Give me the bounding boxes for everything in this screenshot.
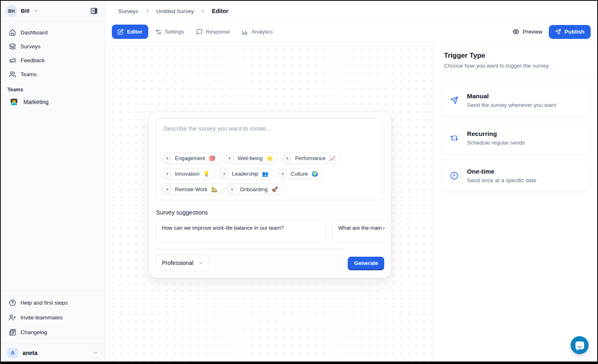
tab-response[interactable]: Response	[191, 25, 235, 39]
sidebar-item-invite[interactable]: Invite teammates	[6, 310, 100, 325]
sidebar-item-dashboard[interactable]: Dashboard	[6, 25, 100, 39]
panel-collapse-icon	[90, 7, 98, 15]
help-circle-icon	[9, 299, 16, 306]
technologist-emoji-icon: 🧑‍💻	[10, 98, 18, 106]
tab-label: Analytics	[251, 29, 273, 35]
trigger-options: Manual Send the survey whenever you want…	[433, 77, 597, 204]
trigger-option-description: Send once at a specific date	[467, 177, 537, 183]
newspaper-icon	[9, 329, 16, 336]
plus-circle-icon	[283, 154, 291, 162]
publish-label: Publish	[564, 29, 584, 35]
tab-label: Response	[206, 29, 230, 35]
breadcrumb-surveys[interactable]: Surveys	[118, 8, 138, 14]
sidebar-item-help[interactable]: Help and first steps	[6, 295, 100, 310]
workspace-avatar: BH	[6, 5, 17, 17]
plus-circle-icon	[163, 170, 171, 178]
chip-innovation[interactable]: Innovation 💡	[161, 168, 215, 179]
breadcrumb-survey-title[interactable]: Untitled Survey	[156, 8, 194, 14]
generate-button[interactable]: Generate	[348, 257, 384, 269]
survey-generator-card: Engagement 🎯 Well-being 🌟 Performance 📈	[149, 111, 391, 278]
clock-icon	[450, 172, 458, 180]
sidebar-item-teams[interactable]: Teams	[6, 67, 100, 81]
chip-label: Performance	[295, 155, 325, 161]
plus-circle-icon	[163, 154, 171, 162]
tab-settings[interactable]: Settings	[150, 25, 189, 39]
trigger-option-title: Recurring	[467, 130, 525, 138]
teams-section-label: Teams	[1, 81, 105, 95]
chart-up-emoji-icon: 📈	[329, 155, 336, 161]
layers-icon	[9, 43, 16, 50]
preview-button[interactable]: Preview	[512, 28, 542, 35]
sidebar-item-label: Changelog	[20, 329, 47, 335]
panel-subtitle: Choose how you want to trigger the surve…	[444, 63, 586, 69]
user-plus-icon	[9, 314, 16, 321]
sidebar-footer-nav: Help and first steps Invite teammates Ch…	[1, 291, 105, 344]
chip-label: Well-being	[238, 155, 263, 161]
globe-emoji-icon: 🌍	[312, 171, 318, 177]
chip-culture[interactable]: Culture 🌍	[277, 168, 323, 179]
editor-canvas[interactable]: Engagement 🎯 Well-being 🌟 Performance 📈	[105, 42, 433, 362]
chip-performance[interactable]: Performance 📈	[281, 152, 341, 164]
trigger-option-description: Send the survey whenever you want	[467, 102, 556, 108]
chip-label: Leadership	[232, 171, 258, 177]
window-bottom-edge	[0, 362, 598, 364]
plus-circle-icon	[163, 185, 171, 193]
editor-toolbar: Editor Settings Response Analytics	[105, 22, 597, 42]
suggestions-title: Survey suggestions	[156, 209, 384, 216]
house-emoji-icon: 🏡	[211, 186, 217, 192]
trigger-option-title: Manual	[467, 93, 556, 100]
workspace-name: Bill	[21, 8, 29, 14]
breadcrumb: Surveys Untitled Survey Editor	[105, 1, 597, 22]
app-window: BH Bill Dashboard Surv	[1, 1, 597, 362]
trigger-option-manual[interactable]: Manual Send the survey whenever you want	[440, 84, 590, 117]
chip-label: Onboarding	[240, 186, 267, 192]
suggestion-card[interactable]: How can we improve work-life balance in …	[156, 220, 326, 242]
chevron-down-icon	[92, 350, 98, 356]
chip-engagement[interactable]: Engagement 🎯	[161, 152, 220, 164]
message-square-icon	[196, 29, 203, 35]
suggestions-row: How can we improve work-life balance in …	[156, 220, 384, 242]
trigger-option-recurring[interactable]: Recurring Schedule regular sends	[440, 122, 590, 154]
tone-select[interactable]: Professional	[156, 255, 209, 271]
sidebar-item-marketing[interactable]: 🧑‍💻 Marketing	[6, 95, 100, 109]
chevron-right-icon	[145, 8, 150, 14]
chip-leadership[interactable]: Leadership 👥	[218, 168, 274, 179]
chip-onboarding[interactable]: Onboarding 🚀	[226, 183, 283, 195]
sidebar-item-label: Surveys	[20, 43, 41, 50]
sidebar-item-label: Help and first steps	[20, 300, 68, 306]
survey-prompt-input[interactable]	[161, 124, 379, 152]
breadcrumb-editor: Editor	[212, 8, 228, 14]
tone-value: Professional	[162, 260, 193, 266]
suggestion-card[interactable]: What are the main ob	[332, 220, 384, 242]
sidebar-item-feedback[interactable]: Feedback	[6, 53, 100, 67]
chat-widget-button[interactable]	[571, 336, 589, 354]
preview-label: Preview	[523, 29, 542, 35]
workspace-switcher[interactable]: BH Bill	[1, 1, 105, 21]
team-name: Marketing	[23, 99, 48, 105]
account-menu[interactable]: A aneta	[1, 344, 105, 362]
trigger-option-one-time[interactable]: One-time Send once at a specific date	[440, 159, 590, 192]
publish-button[interactable]: Publish	[549, 25, 591, 39]
repeat-icon	[450, 134, 458, 142]
sidebar-item-changelog[interactable]: Changelog	[6, 325, 100, 339]
tab-label: Editor	[127, 29, 143, 35]
toolbar-actions: Preview Publish	[512, 25, 591, 39]
collapse-sidebar-button[interactable]	[88, 5, 100, 17]
tab-analytics[interactable]: Analytics	[237, 25, 278, 39]
plus-circle-icon	[279, 170, 287, 178]
chip-well-being[interactable]: Well-being 🌟	[224, 152, 278, 164]
sidebar-item-label: Invite teammates	[20, 314, 63, 321]
users-icon	[9, 71, 16, 78]
chevron-down-icon	[198, 260, 204, 266]
plus-circle-icon	[220, 170, 228, 178]
account-name: aneta	[23, 350, 38, 356]
sidebar-item-label: Feedback	[20, 57, 45, 63]
sidebar-nav: Dashboard Surveys Feedback Teams	[1, 21, 105, 81]
chevron-right-icon	[200, 8, 206, 14]
tab-editor[interactable]: Editor	[112, 25, 148, 39]
chip-remote-work[interactable]: Remote Work 🏡	[161, 183, 222, 195]
plus-circle-icon	[226, 154, 234, 162]
sidebar-item-surveys[interactable]: Surveys	[6, 39, 100, 53]
chip-label: Remote Work	[175, 186, 207, 192]
send-icon	[555, 29, 561, 35]
